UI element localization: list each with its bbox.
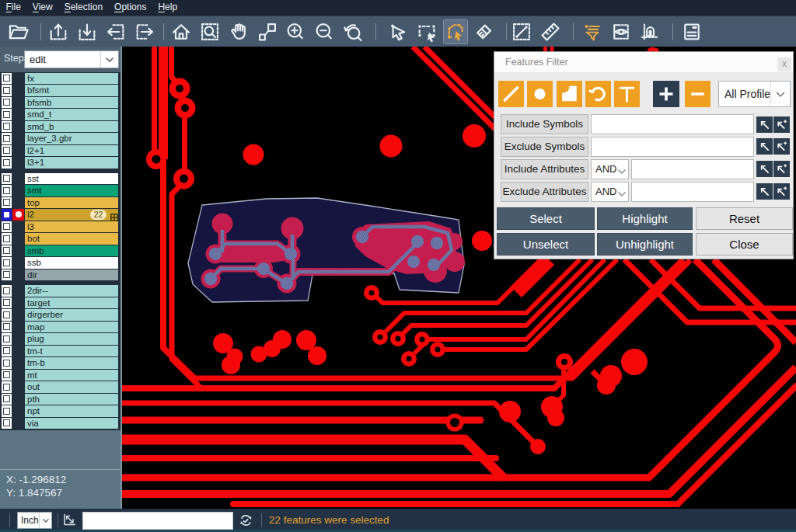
layer-checkbox[interactable] [2,269,12,281]
zoom-out-icon[interactable] [312,20,336,43]
profile-combobox[interactable]: All Profile [718,81,791,107]
layer-checkbox[interactable] [2,173,12,185]
layer-row-mt[interactable]: mt [0,370,120,381]
layer-checkbox[interactable] [2,405,12,417]
pick-add-arrow-button[interactable] [773,116,790,133]
home-icon[interactable] [169,20,193,43]
layer-checkbox[interactable] [2,333,12,345]
feature-type-arc-icon[interactable] [585,81,611,107]
layer-checkbox[interactable] [2,297,12,309]
refresh-icon[interactable] [239,513,253,530]
layer-checkbox[interactable] [2,346,12,357]
exclude-symbols-input[interactable] [591,137,754,157]
and-combobox[interactable]: AND [591,182,629,202]
unhighlight-button[interactable]: Unhighlight [597,233,693,256]
dialog-close-button[interactable]: x [777,57,791,71]
layer-checkbox[interactable] [2,133,12,144]
layer-row-l3[interactable]: l3 [0,221,120,233]
menu-item-file[interactable]: File [0,0,26,16]
select-button[interactable]: Select [497,207,595,230]
layer-row-bfsmb[interactable]: bfsmb [0,97,120,109]
zoom-in-icon[interactable] [284,20,307,43]
dialog-titlebar[interactable]: Features Filter x [494,52,793,72]
menu-item-selection[interactable]: Selection [58,0,108,16]
include-attributes-input[interactable] [631,159,754,179]
layer-row-npt[interactable]: npt [0,405,120,417]
pick-arrow-button[interactable] [756,183,773,200]
layer-checkbox[interactable] [2,221,12,233]
open-icon[interactable] [7,20,30,43]
layer-row-target[interactable]: target [0,297,120,309]
layer-checkbox[interactable] [2,233,12,245]
layer-checkbox[interactable] [2,322,12,333]
layer-checkbox[interactable] [2,357,12,369]
angle-icon[interactable] [62,513,76,530]
margin-down-icon[interactable] [75,20,99,43]
pick-add-arrow-button[interactable] [773,183,790,200]
layer-row-l3+1[interactable]: l3+1 [0,157,120,169]
layer-checkbox[interactable] [2,73,12,85]
pick-add-arrow-button[interactable] [773,161,790,177]
layer-row-via[interactable]: via [0,418,120,429]
layer-row-smt[interactable]: smt [0,185,120,196]
clear-icon[interactable] [473,20,496,43]
include-symbols-button[interactable]: Include Symbols [501,114,588,134]
report-icon[interactable] [680,20,703,43]
layer-row-fx[interactable]: fx [0,73,120,85]
layer-row-map[interactable]: map [0,322,120,333]
zoom-previous-icon[interactable] [341,20,365,43]
unselect-button[interactable]: Unselect [497,233,595,256]
layer-row-top[interactable]: top [0,197,120,209]
layer-checkbox[interactable] [2,157,12,169]
menu-item-view[interactable]: View [26,0,58,16]
layer-checkbox[interactable] [2,370,12,381]
layer-checkbox[interactable] [2,85,12,96]
zoom-dynamic-icon[interactable] [256,20,279,43]
select-polygon-icon[interactable] [444,20,467,43]
pointer-icon[interactable] [386,20,410,43]
zoom-area-icon[interactable] [198,20,222,43]
display-icon[interactable] [609,20,633,43]
layer-checkbox[interactable] [2,245,12,257]
layer-row-smd_b[interactable]: smd_b [0,121,120,133]
layer-checkbox[interactable] [2,285,12,297]
margin-right-icon[interactable] [133,20,156,43]
margin-up-icon[interactable] [47,20,70,43]
include-attributes-button[interactable]: Include Attributes [501,159,588,179]
highlight-button[interactable]: Highlight [597,207,693,230]
work-layer-indicator[interactable] [12,209,24,221]
command-input[interactable] [82,512,233,530]
reset-button[interactable]: Reset [696,207,793,230]
menu-item-help[interactable]: Help [152,0,183,16]
layer-row-out[interactable]: out [0,381,120,393]
layer-checkbox[interactable] [2,381,12,393]
layer-row-dir[interactable]: dir [0,269,120,281]
layer-row-dirgerber[interactable]: dirgerber [0,309,120,321]
feature-type-line-icon[interactable] [498,81,524,107]
layer-row-smd_t[interactable]: smd_t [0,109,120,120]
pick-arrow-button[interactable] [756,138,773,155]
layer-checkbox[interactable] [2,121,12,133]
feature-type-surface-icon[interactable] [557,81,582,107]
measure-icon[interactable] [510,20,533,43]
layer-checkbox[interactable] [2,185,12,196]
step-combobox[interactable]: edit [24,50,119,68]
include-symbols-input[interactable] [591,114,754,134]
layer-row-bfsmt[interactable]: bfsmt [0,85,120,96]
layer-checkbox[interactable] [2,257,12,269]
layer-row-plug[interactable]: plug [0,333,120,345]
ruler-icon[interactable] [539,20,562,43]
feature-type-text-icon[interactable] [614,81,640,107]
layer-checkbox[interactable] [2,209,12,221]
layer-row-layer_3.gbr[interactable]: layer_3.gbr [0,133,120,144]
layer-checkbox[interactable] [2,309,12,321]
layer-checkbox[interactable] [2,418,12,429]
layer-row-sst[interactable]: sst [0,173,120,185]
exclude-symbols-button[interactable]: Exclude Symbols [501,137,588,157]
layer-checkbox[interactable] [2,145,12,157]
layer-row-l2+1[interactable]: l2+1 [0,145,120,157]
select-rect-icon[interactable] [415,20,438,43]
layer-row-pth[interactable]: pth [0,394,120,405]
remove-filter-button[interactable] [685,81,710,107]
exclude-attributes-button[interactable]: Exclude Attributes [501,182,588,202]
